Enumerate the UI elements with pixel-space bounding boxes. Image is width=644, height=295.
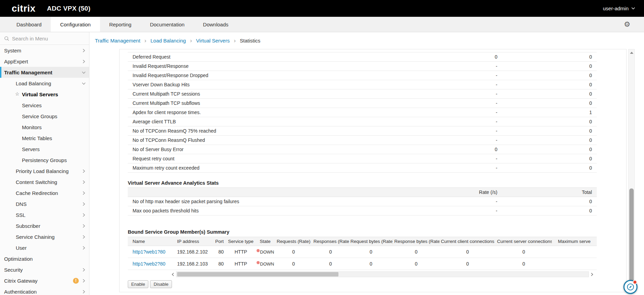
sidebar-item-servers[interactable]: Servers [0, 144, 89, 155]
vertical-scrollbar[interactable] [628, 49, 635, 292]
statistics-panel: Deferred Request00Invalid Request/Respon… [119, 49, 627, 292]
tab-configuration[interactable]: Configuration [51, 17, 100, 32]
members-col-request-bytes-rate: Request bytes (Rate) [349, 237, 393, 246]
breadcrumb-virtual-servers[interactable]: Virtual Servers [196, 38, 230, 44]
sidebar-item-optimization[interactable]: Optimization [0, 253, 89, 264]
stat-total-value: 0 [498, 117, 597, 126]
sidebar-item-monitors[interactable]: Monitors [0, 122, 89, 133]
sidebar-item-system[interactable]: System [0, 45, 89, 56]
member-metric-value: 0 [496, 246, 552, 258]
sidebar-item-citrix-gateway[interactable]: Citrix Gateway! [0, 275, 89, 286]
member-ip: 192.168.2.103 [172, 258, 212, 270]
sidebar-item-priority-load-balancing[interactable]: Priority Load Balancing [0, 165, 89, 176]
sidebar-item-services[interactable]: Services [0, 100, 89, 111]
member-metric-value: 0 [349, 246, 393, 258]
member-metric-value: 0 [349, 258, 393, 270]
help-button[interactable] [623, 280, 637, 294]
member-ip: 192.168.2.102 [172, 246, 212, 258]
analytics-col-total: Total [498, 188, 597, 197]
stats-row-deferred-request: Deferred Request00 [128, 52, 597, 62]
sidebar-item-label: Metric Tables [22, 135, 86, 141]
chevron-right-icon [82, 268, 86, 272]
sidebar-item-content-switching[interactable]: Content Switching [0, 176, 89, 187]
stat-rate-value: 0 [399, 52, 498, 62]
sidebar-item-service-chaining[interactable]: Service Chaining [0, 231, 89, 242]
member-name-link[interactable]: http1?web2?80 [133, 261, 165, 267]
stats-row-average-client-ttlb: Average client TTLB-0 [128, 117, 597, 126]
stat-label: Request retry count [128, 154, 399, 163]
sidebar-item-metric-tables[interactable]: Metric Tables [0, 133, 89, 144]
stat-rate-value: - [399, 136, 498, 145]
sidebar-item-dns[interactable]: DNS [0, 198, 89, 209]
chevron-right-icon [82, 180, 86, 184]
tab-downloads[interactable]: Downloads [194, 17, 238, 32]
sidebar-item-load-balancing[interactable]: Load Balancing [0, 78, 89, 89]
sidebar-item-authentication[interactable]: Authentication [0, 286, 89, 295]
breadcrumb-separator-icon: › [190, 38, 192, 44]
sidebar-item-service-groups[interactable]: Service Groups [0, 111, 89, 122]
sidebar-item-subscriber[interactable]: Subscriber [0, 220, 89, 231]
horizontal-scroll-thumb[interactable] [177, 272, 338, 276]
search-input[interactable] [12, 36, 85, 41]
sidebar-search[interactable] [0, 32, 89, 45]
stat-label: No of http max header size packet parsin… [128, 197, 399, 206]
member-metric-value: 0 [312, 246, 349, 258]
scroll-right-button[interactable] [589, 271, 595, 277]
breadcrumb-separator-icon: › [234, 38, 236, 44]
horizontal-scrollbar[interactable] [170, 271, 595, 277]
favorite-star-icon[interactable]: ☆ [15, 91, 20, 97]
stat-label: Deferred Request [128, 52, 399, 62]
enable-button[interactable]: Enable [128, 280, 148, 288]
stat-total-value: 0 [498, 197, 597, 206]
sidebar-item-appexpert[interactable]: AppExpert [0, 56, 89, 67]
member-actions: Enable Disable [128, 280, 626, 288]
sidebar-item-ssl[interactable]: SSL [0, 209, 89, 220]
stats-row-no-of-server-busy-error: No of Server Busy Error00 [128, 145, 597, 154]
member-port: 80 [212, 246, 226, 258]
chevron-right-icon [82, 279, 86, 283]
scroll-left-button[interactable] [170, 271, 176, 277]
stat-total-value: 0 [498, 80, 597, 89]
tab-reporting[interactable]: Reporting [100, 17, 141, 32]
sidebar-item-virtual-servers[interactable]: ☆Virtual Servers [0, 89, 89, 100]
stats-row-apdex-for-client-response-times: Apdex for client response times.-1 [128, 108, 597, 117]
tab-documentation[interactable]: Documentation [141, 17, 194, 32]
analytics-section-title: Virtual Server Advance Analytics Stats [128, 180, 626, 186]
scroll-up-button[interactable] [629, 49, 634, 56]
disable-button[interactable]: Disable [150, 280, 172, 288]
stat-rate-value: - [399, 163, 498, 173]
members-col-current-client-connections: Current client connections [439, 237, 496, 246]
sidebar-item-cache-redirection[interactable]: Cache Redirection [0, 187, 89, 198]
vertical-scroll-thumb[interactable] [629, 188, 634, 291]
stat-label: Apdex for client response times. [128, 108, 399, 117]
gear-icon[interactable]: ⚙ [624, 17, 630, 32]
breadcrumb-separator-icon: › [145, 38, 147, 44]
stat-rate-value: - [399, 154, 498, 163]
sidebar-item-persistency-groups[interactable]: Persistency Groups [0, 155, 89, 165]
sidebar-item-user[interactable]: User [0, 242, 89, 253]
chevron-right-icon [82, 60, 86, 63]
sidebar-item-traffic-management[interactable]: Traffic Management [0, 67, 89, 78]
breadcrumb-load-balancing[interactable]: Load Balancing [150, 38, 186, 44]
breadcrumb-traffic-management[interactable]: Traffic Management [95, 38, 140, 44]
user-menu[interactable]: user-admin [603, 5, 635, 11]
horizontal-scroll-track[interactable] [176, 271, 589, 277]
tab-dashboard[interactable]: Dashboard [7, 17, 51, 32]
member-state-text: DOWN [260, 249, 274, 255]
sidebar-item-security[interactable]: Security [0, 264, 89, 275]
sidebar-menu: SystemAppExpertTraffic ManagementLoad Ba… [0, 45, 89, 295]
stat-total-value: 0 [498, 163, 597, 173]
sidebar-item-label: Persistency Groups [22, 157, 86, 163]
stat-label: Vserver Down Backup Hits [128, 80, 399, 89]
stat-label: Maximum retry count exceeded [128, 163, 399, 173]
chevron-down-icon [82, 71, 86, 74]
stat-total-value: 0 [498, 99, 597, 108]
compass-icon [627, 283, 634, 291]
chevron-down-icon [82, 82, 86, 85]
state-down-dot-icon [257, 261, 260, 264]
chevron-right-icon [82, 235, 86, 239]
stat-total-value: 0 [498, 136, 597, 145]
sidebar-item-label: DNS [16, 201, 82, 207]
member-metric-value: 0 [393, 258, 439, 270]
member-name-link[interactable]: http1?web1?80 [133, 249, 165, 255]
